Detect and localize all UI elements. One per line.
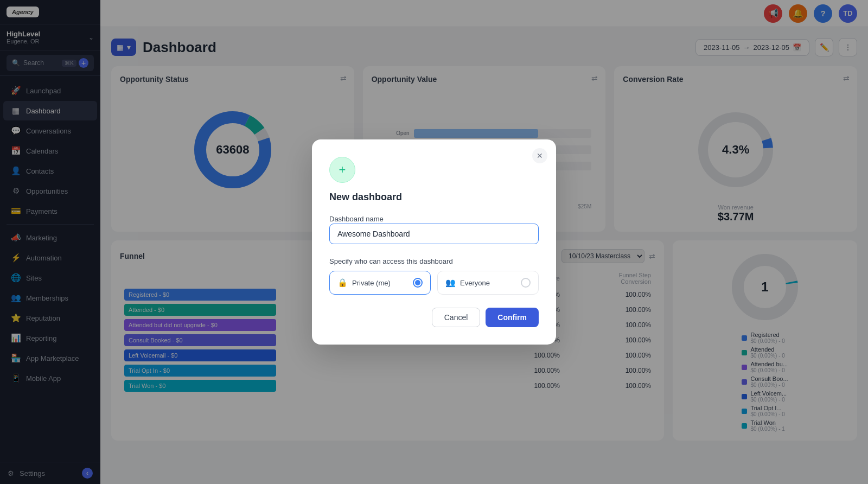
private-option[interactable]: 🔒 Private (me) <box>329 271 431 295</box>
radio-everyone[interactable] <box>521 278 531 288</box>
name-label: Dashboard name <box>329 215 384 223</box>
confirm-button[interactable]: Confirm <box>486 308 539 327</box>
access-options: 🔒 Private (me) 👥 Everyone <box>329 271 539 295</box>
access-label: Specify who can access this dashboard <box>329 257 539 265</box>
private-label: Private (me) <box>352 279 391 287</box>
everyone-label: Everyone <box>460 279 490 287</box>
close-button[interactable]: ✕ <box>532 148 547 163</box>
new-dashboard-modal: ✕ + New dashboard Dashboard name Specify… <box>312 139 556 345</box>
radio-private[interactable] <box>413 278 423 288</box>
modal-title: New dashboard <box>329 192 539 203</box>
dashboard-name-input[interactable] <box>329 224 539 244</box>
modal-actions: Cancel Confirm <box>329 308 539 327</box>
modal-overlay[interactable]: ✕ + New dashboard Dashboard name Specify… <box>0 0 868 484</box>
plus-icon: + <box>339 163 346 177</box>
everyone-option[interactable]: 👥 Everyone <box>437 271 539 295</box>
lock-icon: 🔒 <box>337 278 348 288</box>
cancel-button[interactable]: Cancel <box>432 308 481 327</box>
modal-icon: + <box>329 157 355 183</box>
group-icon: 👥 <box>445 278 456 288</box>
